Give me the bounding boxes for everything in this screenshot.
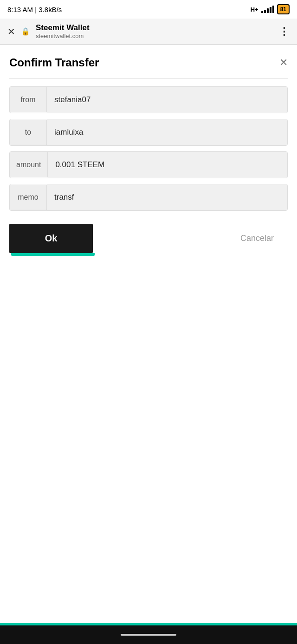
dialog-title: Confirm Transfer [9, 56, 99, 69]
battery-level: 81 [280, 6, 286, 13]
status-time-network: 8:13 AM | 3.8kB/s [7, 6, 62, 13]
cancel-button[interactable]: Cancelar [226, 224, 288, 253]
network-speed: 3.8kB/s [39, 6, 62, 13]
browser-title: Steemit Wallet [36, 23, 273, 33]
browser-title-group: Steemit Wallet steemitwallet.com [36, 23, 273, 39]
browser-url: steemitwallet.com [36, 33, 273, 39]
action-buttons: Ok Cancelar [9, 224, 288, 253]
amount-value: 0.001 STEEM [48, 152, 287, 178]
browser-bar: ✕ 🔒 Steemit Wallet steemitwallet.com ⋮ [0, 19, 297, 45]
time-display: 8:13 AM [7, 6, 33, 13]
browser-close-button[interactable]: ✕ [7, 27, 15, 36]
memo-value: transf [47, 184, 287, 210]
from-field: from stefania07 [9, 86, 288, 113]
battery-indicator: 81 [277, 4, 290, 14]
browser-menu-button[interactable]: ⋮ [279, 26, 290, 38]
to-value: iamluixa [47, 119, 287, 145]
bottom-navigation [0, 625, 297, 644]
dialog-divider [9, 78, 288, 79]
dialog-header: Confirm Transfer ✕ [9, 56, 288, 69]
from-label: from [10, 87, 47, 112]
memo-label: memo [10, 185, 47, 210]
dialog-close-button[interactable]: ✕ [279, 57, 288, 69]
status-indicators: H+ 81 [251, 4, 290, 14]
network-type: H+ [251, 6, 258, 13]
amount-label: amount [10, 152, 48, 177]
home-indicator [121, 634, 176, 636]
to-field: to iamluixa [9, 119, 288, 146]
signal-icon [261, 6, 274, 13]
amount-field: amount 0.001 STEEM [9, 151, 288, 178]
memo-field: memo transf [9, 184, 288, 211]
from-value: stefania07 [47, 87, 287, 113]
lock-icon: 🔒 [21, 27, 30, 36]
ok-button[interactable]: Ok [9, 224, 93, 253]
to-label: to [10, 120, 47, 145]
confirm-transfer-dialog: Confirm Transfer ✕ from stefania07 to ia… [0, 45, 297, 264]
status-bar: 8:13 AM | 3.8kB/s H+ 81 [0, 0, 297, 19]
